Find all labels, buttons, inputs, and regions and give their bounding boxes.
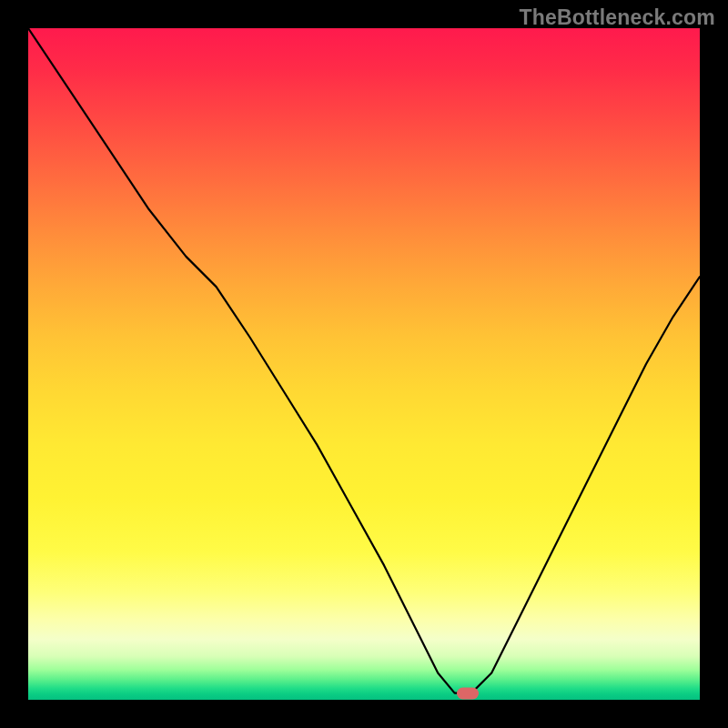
chart-frame: TheBottleneck.com bbox=[0, 0, 728, 728]
watermark-text: TheBottleneck.com bbox=[519, 5, 715, 30]
plot-area bbox=[28, 28, 700, 700]
bottleneck-curve bbox=[28, 28, 700, 700]
optimal-marker bbox=[457, 687, 479, 699]
